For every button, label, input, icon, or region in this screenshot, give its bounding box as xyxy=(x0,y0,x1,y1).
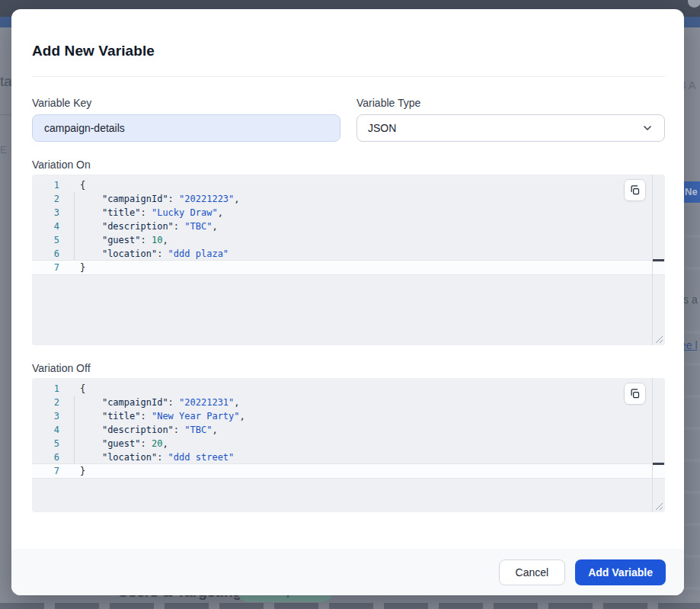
line-number: 2 xyxy=(32,396,59,409)
code-line[interactable]: 7} xyxy=(32,464,665,478)
scrollbar-track[interactable] xyxy=(652,378,653,512)
code-lines[interactable]: 1{2 "campaignId": "20221223",3 "title": … xyxy=(32,175,665,345)
variable-type-value: JSON xyxy=(368,122,396,134)
code-line[interactable]: 1{ xyxy=(32,178,665,192)
variable-key-input[interactable] xyxy=(32,114,340,142)
code-line[interactable]: 4 "description": "TBC", xyxy=(32,423,665,437)
background-new-button: Ne xyxy=(682,181,700,203)
line-number: 3 xyxy=(32,206,59,220)
line-number: 1 xyxy=(32,382,59,396)
cancel-button[interactable]: Cancel xyxy=(499,559,566,585)
code-line[interactable]: 5 "guest": 10, xyxy=(32,233,665,247)
line-number: 4 xyxy=(32,220,59,233)
code-line[interactable]: 2 "campaignId": "20221223", xyxy=(32,192,665,206)
resize-handle-icon[interactable] xyxy=(655,502,663,511)
variable-type-select[interactable]: JSON xyxy=(356,114,665,142)
code-line[interactable]: 6 "location": "ddd plaza" xyxy=(32,247,665,261)
background-table-strip xyxy=(0,603,700,609)
variation-on-label: Variation On xyxy=(32,159,665,171)
background-divider xyxy=(0,114,12,115)
modal-title: Add New Variable xyxy=(32,43,665,59)
add-variable-modal: Add New Variable Variable Key Variable T… xyxy=(11,9,684,595)
line-number: 1 xyxy=(32,178,59,192)
line-number: 3 xyxy=(32,409,59,423)
variation-off-label: Variation Off xyxy=(32,362,665,374)
line-number: 6 xyxy=(32,247,59,261)
code-line[interactable]: 3 "title": "Lucky Draw", xyxy=(32,206,665,220)
line-number: 2 xyxy=(32,192,59,206)
variation-off-section: Variation Off 1{2 "campaignId": "2022123… xyxy=(32,362,665,512)
variable-key-field: Variable Key xyxy=(32,97,340,142)
copy-icon xyxy=(629,184,641,196)
background-text-fragment: s a xyxy=(683,293,698,306)
chevron-down-icon xyxy=(641,122,654,134)
copy-icon xyxy=(629,388,641,399)
variation-on-editor[interactable]: 1{2 "campaignId": "20221223",3 "title": … xyxy=(32,175,665,345)
line-number: 7 xyxy=(32,261,59,274)
code-line[interactable]: 3 "title": "New Year Party", xyxy=(32,409,665,423)
variation-on-section: Variation On 1{2 "campaignId": "20221223… xyxy=(32,159,665,345)
scrollbar-cursor-mark xyxy=(653,259,664,261)
variable-type-field: Variable Type JSON xyxy=(356,97,665,142)
copy-button[interactable] xyxy=(624,383,646,405)
line-number: 4 xyxy=(32,423,59,437)
resize-handle-icon[interactable] xyxy=(655,335,663,344)
variable-form-row: Variable Key Variable Type JSON xyxy=(32,97,665,142)
code-line[interactable]: 1{ xyxy=(32,382,665,396)
line-number: 5 xyxy=(32,233,59,247)
code-line[interactable]: 2 "campaignId": "20221231", xyxy=(32,396,665,409)
code-lines[interactable]: 1{2 "campaignId": "20221231",3 "title": … xyxy=(32,378,665,512)
background-table-rows xyxy=(683,206,700,595)
scrollbar-cursor-mark xyxy=(653,463,664,465)
variable-key-label: Variable Key xyxy=(32,97,340,109)
background-text-fragment: E xyxy=(0,144,7,155)
line-number: 5 xyxy=(32,437,59,450)
code-line[interactable]: 5 "guest": 20, xyxy=(32,437,665,450)
modal-footer: Cancel Add Variable xyxy=(11,549,684,595)
title-divider xyxy=(32,76,665,77)
copy-button[interactable] xyxy=(624,179,646,201)
code-line[interactable]: 4 "description": "TBC", xyxy=(32,220,665,233)
variation-off-editor[interactable]: 1{2 "campaignId": "20221231",3 "title": … xyxy=(32,378,665,512)
code-line[interactable]: 7} xyxy=(32,261,665,274)
line-number: 7 xyxy=(32,464,59,478)
variable-type-label: Variable Type xyxy=(356,97,665,109)
line-number: 6 xyxy=(32,450,59,464)
add-variable-button[interactable]: Add Variable xyxy=(575,559,666,585)
code-line[interactable]: 6 "location": "ddd street" xyxy=(32,450,665,464)
